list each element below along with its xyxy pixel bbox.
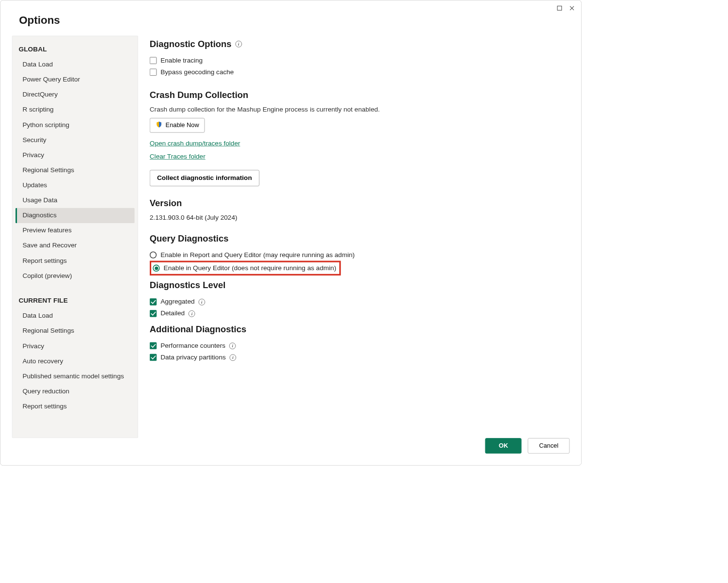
maximize-icon <box>557 5 562 11</box>
dialog-body: GLOBAL Data LoadPower Query EditorDirect… <box>0 26 581 438</box>
link-clear-traces[interactable]: Clear Traces folder <box>150 153 206 161</box>
checkbox-data-privacy-partitions[interactable] <box>150 354 157 361</box>
sidebar-item-query-reduction[interactable]: Query reduction <box>16 384 135 399</box>
content-pane: Diagnostic Options i Enable tracing Bypa… <box>150 36 570 438</box>
sidebar-item-regional-settings[interactable]: Regional Settings <box>16 324 135 339</box>
sidebar-item-diagnostics[interactable]: Diagnostics <box>16 208 135 223</box>
section-query-diagnostics: Query Diagnostics Enable in Report and Q… <box>150 233 566 275</box>
sidebar-header-current-file: CURRENT FILE <box>16 294 135 308</box>
sidebar-item-usage-data[interactable]: Usage Data <box>16 193 135 208</box>
section-additional-diagnostics: Additional Diagnostics Performance count… <box>150 324 566 363</box>
sidebar-item-security[interactable]: Security <box>16 132 135 147</box>
checkbox-performance-counters[interactable] <box>150 342 157 349</box>
sidebar-item-directquery[interactable]: DirectQuery <box>16 87 135 102</box>
window-controls <box>550 0 581 16</box>
sidebar-item-python-scripting[interactable]: Python scripting <box>16 117 135 132</box>
sidebar-item-power-query-editor[interactable]: Power Query Editor <box>16 72 135 87</box>
dialog-footer: OK Cancel <box>0 438 581 465</box>
checkbox-aggregated[interactable] <box>150 298 157 305</box>
section-diagnostics-level: Diagnostics Level Aggregated i Detailed … <box>150 280 566 320</box>
info-icon[interactable]: i <box>235 41 242 48</box>
sidebar-item-report-settings[interactable]: Report settings <box>16 399 135 414</box>
label-enable-query-editor[interactable]: Enable in Query Editor (does not require… <box>164 264 336 272</box>
section-diagnostic-options: Diagnostic Options i Enable tracing Bypa… <box>150 39 566 78</box>
heading-diagnostic-options: Diagnostic Options <box>150 39 232 49</box>
label-data-privacy-partitions[interactable]: Data privacy partitions <box>160 354 226 361</box>
cancel-button[interactable]: Cancel <box>528 438 570 453</box>
sidebar-item-copilot-preview-[interactable]: Copilot (preview) <box>16 269 135 284</box>
ok-button[interactable]: OK <box>485 438 522 453</box>
radio-enable-report-and-query[interactable] <box>150 251 157 258</box>
heading-version: Version <box>150 198 182 209</box>
label-detailed[interactable]: Detailed <box>160 309 185 317</box>
options-dialog: Options GLOBAL Data LoadPower Query Edit… <box>0 0 582 466</box>
enable-now-label: Enable Now <box>166 122 199 129</box>
svg-rect-0 <box>557 6 562 10</box>
sidebar-header-global: GLOBAL <box>16 43 135 57</box>
sidebar-item-updates[interactable]: Updates <box>16 178 135 193</box>
dialog-title: Options <box>0 0 581 27</box>
sidebar-item-save-and-recover[interactable]: Save and Recover <box>16 238 135 253</box>
info-icon[interactable]: i <box>229 342 236 349</box>
label-performance-counters[interactable]: Performance counters <box>160 342 225 350</box>
sidebar-item-data-load[interactable]: Data Load <box>16 308 135 324</box>
sidebar-item-privacy[interactable]: Privacy <box>16 339 135 354</box>
label-bypass-geocoding[interactable]: Bypass geocoding cache <box>160 68 234 76</box>
heading-diagnostics-level: Diagnostics Level <box>150 280 225 291</box>
heading-crash-dump: Crash Dump Collection <box>150 90 248 100</box>
version-value: 2.131.903.0 64-bit (July 2024) <box>150 214 566 222</box>
sidebar-item-preview-features[interactable]: Preview features <box>16 223 135 238</box>
label-enable-report-and-query[interactable]: Enable in Report and Query Editor (may r… <box>160 251 355 259</box>
sidebar-item-privacy[interactable]: Privacy <box>16 148 135 163</box>
sidebar-item-data-load[interactable]: Data Load <box>16 57 135 72</box>
shield-icon <box>156 121 162 130</box>
crash-dump-desc: Crash dump collection for the Mashup Eng… <box>150 106 566 113</box>
sidebar-item-auto-recovery[interactable]: Auto recovery <box>16 354 135 369</box>
sidebar-item-r-scripting[interactable]: R scripting <box>16 102 135 117</box>
info-icon[interactable]: i <box>199 299 206 306</box>
close-icon <box>569 5 574 11</box>
heading-query-diagnostics: Query Diagnostics <box>150 233 229 244</box>
label-aggregated[interactable]: Aggregated <box>160 298 194 306</box>
label-enable-tracing[interactable]: Enable tracing <box>160 57 203 65</box>
sidebar: GLOBAL Data LoadPower Query EditorDirect… <box>12 36 138 438</box>
highlighted-option: Enable in Query Editor (does not require… <box>150 261 341 275</box>
sidebar-item-report-settings[interactable]: Report settings <box>16 254 135 269</box>
checkbox-detailed[interactable] <box>150 310 157 317</box>
section-crash-dump: Crash Dump Collection Crash dump collect… <box>150 90 566 186</box>
collect-diagnostic-button[interactable]: Collect diagnostic information <box>150 170 259 186</box>
close-button[interactable] <box>566 3 578 14</box>
enable-now-button[interactable]: Enable Now <box>150 118 205 132</box>
heading-additional-diagnostics: Additional Diagnostics <box>150 324 246 335</box>
info-icon[interactable]: i <box>230 354 237 361</box>
checkbox-enable-tracing[interactable] <box>150 57 157 64</box>
maximize-button[interactable] <box>554 3 566 14</box>
section-version: Version 2.131.903.0 64-bit (July 2024) <box>150 198 566 222</box>
radio-enable-query-editor[interactable] <box>153 265 159 272</box>
sidebar-item-regional-settings[interactable]: Regional Settings <box>16 163 135 178</box>
checkbox-bypass-geocoding[interactable] <box>150 69 157 76</box>
info-icon[interactable]: i <box>189 310 195 317</box>
link-open-crash-folder[interactable]: Open crash dump/traces folder <box>150 140 240 147</box>
sidebar-item-published-semantic-model-settings[interactable]: Published semantic model settings <box>16 369 135 384</box>
